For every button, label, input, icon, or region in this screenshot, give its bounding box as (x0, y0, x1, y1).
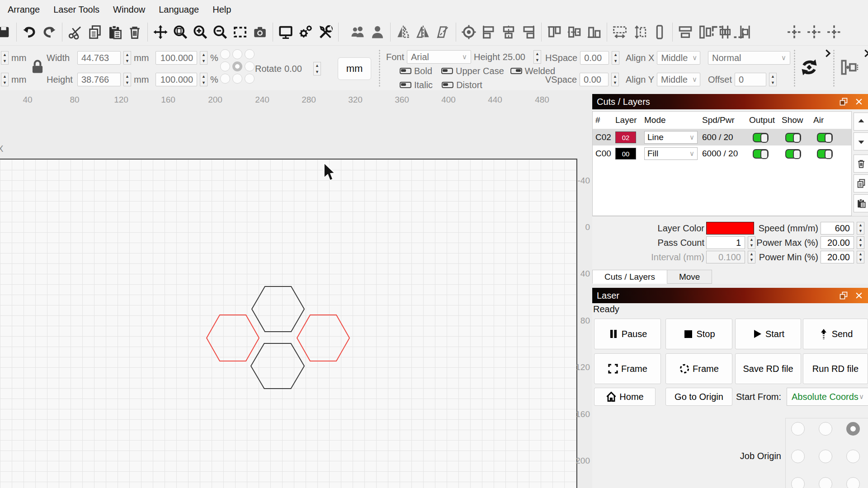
align-middle-horizontal-icon[interactable] (564, 22, 584, 42)
frame-corner-b-icon[interactable] (728, 22, 748, 42)
job-origin-top-right[interactable] (846, 422, 860, 436)
settings-gears-icon[interactable] (296, 22, 316, 42)
frame-rect-button[interactable]: Frame (594, 353, 661, 384)
shear-icon[interactable] (433, 22, 453, 42)
distribute-column-icon[interactable] (650, 22, 670, 42)
menu-laser-tools[interactable]: Laser Tools (47, 0, 106, 19)
power-max-field[interactable]: 20.00 (821, 236, 854, 249)
layer-mode-dropdown[interactable]: Fill∨ (644, 147, 698, 160)
monitor-icon[interactable] (276, 22, 296, 42)
font-dropdown[interactable]: Arial∨ (407, 50, 471, 64)
hexagon-shape[interactable] (251, 343, 304, 389)
layer-mode-dropdown[interactable]: Line∨ (644, 131, 698, 144)
hspace-field[interactable]: 0.00 (580, 51, 609, 65)
speed-stepper[interactable]: ▲▼ (857, 222, 864, 235)
font-height-field[interactable]: 25.00 (503, 52, 531, 62)
camera-icon[interactable] (250, 22, 270, 42)
show-toggle[interactable] (785, 149, 801, 159)
align-right-edges-icon[interactable] (519, 22, 538, 42)
distribute-width-icon[interactable] (610, 22, 630, 42)
frame-circle-button[interactable]: Frame (665, 353, 732, 384)
pass-count-field[interactable]: 1 (706, 236, 745, 249)
marquee-select-icon[interactable] (230, 22, 250, 42)
power-min-field[interactable]: 20.00 (821, 251, 854, 263)
anchor-point-5[interactable] (245, 61, 255, 71)
paste-icon[interactable] (105, 22, 125, 42)
pan-icon[interactable] (151, 22, 170, 42)
layer-delete-button[interactable] (854, 155, 868, 173)
focus-origin-icon[interactable] (459, 22, 479, 42)
menu-window[interactable]: Window (106, 0, 152, 19)
user-icon[interactable] (368, 22, 387, 42)
float-panel-icon[interactable] (839, 291, 848, 300)
layer-duplicate-button[interactable] (854, 174, 868, 192)
copy-icon[interactable] (85, 22, 105, 42)
layer-down-button[interactable] (854, 132, 868, 150)
hspace-stepper[interactable]: ▲▼ (612, 51, 619, 65)
job-origin-top-center[interactable] (819, 422, 832, 436)
tools-wrench-icon[interactable] (316, 22, 335, 42)
delete-icon[interactable] (125, 22, 145, 42)
zoom-in-icon[interactable] (190, 22, 210, 42)
welded-toggle[interactable] (510, 68, 522, 74)
layer-color-chip[interactable]: 02 (615, 131, 636, 143)
variable-text-sync-icon[interactable] (799, 57, 821, 79)
italic-toggle[interactable] (400, 82, 411, 88)
tab-move[interactable]: Move (667, 270, 712, 284)
job-origin-bottom-right[interactable] (846, 477, 860, 488)
go-to-origin-button[interactable]: Go to Origin (665, 388, 732, 406)
speed-field[interactable]: 600 (821, 222, 854, 235)
output-toggle[interactable] (753, 149, 769, 159)
align-center-vertical-icon[interactable] (499, 22, 519, 42)
layer-color-chip[interactable]: 00 (615, 148, 636, 160)
close-panel-icon[interactable] (854, 291, 863, 300)
save-rd-file-button[interactable]: Save RD file (735, 353, 801, 384)
float-panel-icon[interactable] (839, 97, 848, 106)
menu-arrange[interactable]: Arrange (1, 0, 47, 19)
align-bottom-edges-icon[interactable] (584, 22, 604, 42)
distort-toggle[interactable] (442, 82, 453, 88)
cuts-layers-titlebar[interactable]: Cuts / Layers (592, 94, 868, 109)
laser-titlebar[interactable]: Laser (592, 288, 868, 303)
width-percent-field[interactable]: 100.000 (156, 51, 197, 65)
ypos-stepper[interactable]: ▲▼ (1, 73, 9, 86)
zoom-out-icon[interactable] (210, 22, 230, 42)
drawing-canvas[interactable] (0, 159, 577, 488)
stop-button[interactable]: Stop (665, 319, 732, 349)
layer-up-button[interactable] (854, 113, 868, 131)
expand-chevron-icon[interactable] (862, 48, 868, 58)
rotate-stepper[interactable]: ▲▼ (313, 62, 321, 75)
align-x-dropdown[interactable]: Middle∨ (657, 51, 700, 65)
layer-color-swatch[interactable] (706, 222, 754, 235)
bold-toggle[interactable] (400, 68, 411, 74)
upper-case-toggle[interactable] (441, 68, 453, 74)
anchor-point-8[interactable] (245, 74, 255, 84)
place-marker-icon[interactable] (804, 22, 824, 42)
place-marker-icon[interactable] (784, 22, 804, 42)
text-style-dropdown[interactable]: Normal∨ (708, 51, 790, 65)
vspace-field[interactable]: 0.00 (580, 73, 609, 86)
hexagon-shape[interactable] (297, 315, 349, 361)
hexagon-shape[interactable] (252, 286, 304, 332)
place-marker-icon[interactable] (824, 22, 844, 42)
power-min-stepper[interactable]: ▲▼ (857, 251, 864, 263)
offset-stepper[interactable]: ▲▼ (769, 73, 777, 86)
height-percent-field[interactable]: 100.000 (156, 73, 197, 86)
home-button[interactable]: Home (594, 388, 656, 406)
same-width-icon[interactable] (675, 22, 695, 42)
xpos-stepper[interactable]: ▲▼ (1, 51, 9, 65)
hexagon-shape[interactable] (207, 315, 259, 361)
width-field[interactable]: 44.763 (77, 51, 121, 65)
anchor-point-1[interactable] (232, 49, 242, 59)
undo-icon[interactable] (19, 22, 39, 42)
air-toggle[interactable] (817, 149, 833, 159)
units-button[interactable]: mm (338, 57, 371, 80)
vspace-stepper[interactable]: ▲▼ (611, 73, 619, 86)
air-toggle[interactable] (817, 133, 833, 142)
job-origin-middle-center[interactable] (819, 450, 832, 463)
output-toggle[interactable] (753, 133, 769, 142)
mirror-vertical-icon[interactable] (393, 22, 413, 42)
power-max-stepper[interactable]: ▲▼ (857, 236, 864, 249)
layer-row-C02[interactable]: C0202Line∨600 / 20 (593, 129, 851, 145)
font-height-stepper[interactable]: ▲▼ (533, 50, 541, 64)
